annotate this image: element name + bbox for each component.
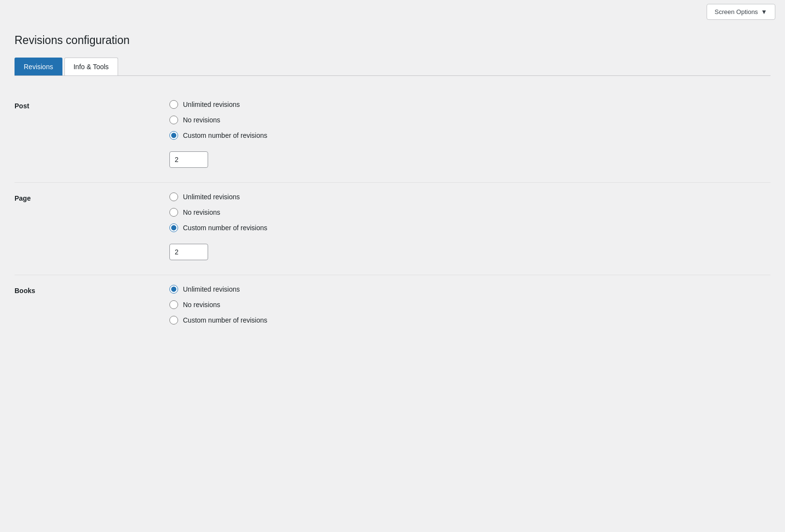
page-title: Revisions configuration — [15, 33, 770, 48]
post-custom-radio[interactable] — [169, 131, 178, 140]
post-input-container — [169, 151, 267, 168]
tab-revisions[interactable]: Revisions — [15, 58, 62, 75]
page-section-label: Page — [15, 192, 169, 260]
post-unlimited-label: Unlimited revisions — [183, 101, 240, 108]
page-none-radio[interactable] — [169, 208, 178, 217]
books-custom-label: Custom number of revisions — [183, 316, 267, 324]
screen-options-button[interactable]: Screen Options ▼ — [707, 4, 775, 20]
page-number-input[interactable] — [169, 244, 208, 260]
books-section-controls: Unlimited revisions No revisions Custom … — [169, 285, 267, 325]
books-unlimited-option[interactable]: Unlimited revisions — [169, 285, 267, 294]
post-number-input[interactable] — [169, 151, 208, 168]
post-section: Post Unlimited revisions No revisions Cu… — [15, 90, 770, 177]
screen-options-label: Screen Options — [715, 8, 758, 15]
post-custom-option[interactable]: Custom number of revisions — [169, 131, 267, 140]
page-unlimited-radio[interactable] — [169, 192, 178, 201]
page-none-option[interactable]: No revisions — [169, 208, 267, 217]
page-unlimited-option[interactable]: Unlimited revisions — [169, 192, 267, 201]
page-custom-label: Custom number of revisions — [183, 224, 267, 232]
page-custom-option[interactable]: Custom number of revisions — [169, 223, 267, 232]
books-none-option[interactable]: No revisions — [169, 300, 267, 309]
page-none-label: No revisions — [183, 208, 220, 216]
page-unlimited-label: Unlimited revisions — [183, 193, 240, 201]
page-input-container — [169, 244, 267, 260]
main-content: Revisions configuration Revisions Info &… — [0, 24, 785, 349]
books-none-label: No revisions — [183, 301, 220, 309]
post-section-label: Post — [15, 100, 169, 168]
post-custom-label: Custom number of revisions — [183, 132, 267, 139]
page-custom-radio[interactable] — [169, 223, 178, 232]
post-none-label: No revisions — [183, 116, 220, 124]
post-none-option[interactable]: No revisions — [169, 116, 267, 124]
post-unlimited-option[interactable]: Unlimited revisions — [169, 100, 267, 109]
books-unlimited-label: Unlimited revisions — [183, 285, 240, 293]
books-custom-option[interactable]: Custom number of revisions — [169, 316, 267, 325]
screen-options-bar: Screen Options ▼ — [0, 0, 785, 24]
post-section-controls: Unlimited revisions No revisions Custom … — [169, 100, 267, 168]
books-section: Books Unlimited revisions No revisions C… — [15, 275, 770, 334]
post-none-radio[interactable] — [169, 116, 178, 124]
books-unlimited-radio[interactable] — [169, 285, 178, 294]
chevron-down-icon: ▼ — [761, 8, 767, 15]
page-section-controls: Unlimited revisions No revisions Custom … — [169, 192, 267, 260]
books-section-label: Books — [15, 285, 169, 325]
books-custom-radio[interactable] — [169, 316, 178, 325]
post-unlimited-radio[interactable] — [169, 100, 178, 109]
tabs-container: Revisions Info & Tools — [15, 58, 770, 76]
tab-info-tools[interactable]: Info & Tools — [64, 58, 118, 75]
books-none-radio[interactable] — [169, 300, 178, 309]
page-section: Page Unlimited revisions No revisions Cu… — [15, 183, 770, 270]
